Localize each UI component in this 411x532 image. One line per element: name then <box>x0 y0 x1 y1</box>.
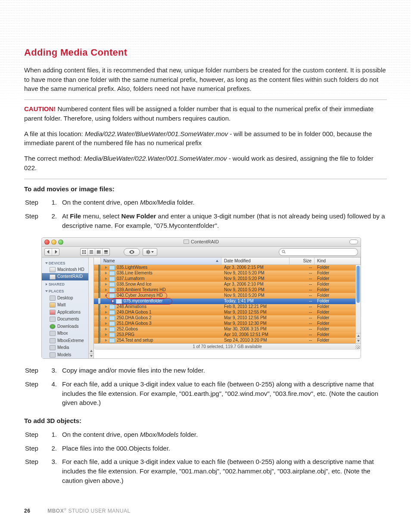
folder-icon <box>50 331 56 336</box>
caution-paragraph: CAUTION! Numbered content files will be … <box>24 104 387 123</box>
intro-paragraph: When adding content files, it is recomme… <box>24 65 387 93</box>
svg-rect-1 <box>84 250 86 252</box>
folder-icon <box>109 316 115 320</box>
sidebar-scrollbar[interactable] <box>88 258 93 358</box>
coverflow-view-icon[interactable] <box>103 249 109 255</box>
folder-icon <box>109 277 115 281</box>
sidebar-item[interactable]: Models <box>42 352 93 359</box>
page-number: 26 <box>24 508 30 514</box>
table-row[interactable]: 251.DHA Gobos 3Mar 9, 2010 12:30 PM--Fol… <box>94 321 356 327</box>
forward-icon[interactable] <box>52 249 59 255</box>
table-row[interactable]: 252.GobosMar 30, 2006 3:15 PM--Folder <box>94 327 356 332</box>
folder-icon <box>109 305 115 309</box>
column-name[interactable]: Name <box>101 258 221 264</box>
folder-icon <box>50 352 56 358</box>
resize-handle-icon[interactable] <box>355 345 360 349</box>
table-row[interactable]: 040.Cyber Journeys HDNov 9, 2010 5:20 PM… <box>94 293 356 299</box>
toolbar-toggle-button[interactable] <box>349 240 358 244</box>
example-2: The correct method: Media/BlueWater/022.… <box>24 154 387 173</box>
page-footer: 26 MBOX® STUDIO USER MANUAL <box>24 507 131 515</box>
drive-icon <box>50 267 56 272</box>
finder-sidebar: DEVICES Macintosh HD ContentRAID SHARED … <box>42 258 94 358</box>
folder-icon <box>50 310 56 315</box>
folder-icon <box>109 271 115 276</box>
sidebar-group-places[interactable]: PLACES <box>42 287 93 294</box>
sidebar-item[interactable]: Media <box>42 344 93 352</box>
folder-icon <box>116 299 122 304</box>
quicklook-button[interactable] <box>124 248 140 256</box>
table-row[interactable]: 035.LightWavesApr 3, 2006 2:15 PM--Folde… <box>94 265 356 271</box>
sidebar-item[interactable]: Applications <box>42 309 93 316</box>
column-date[interactable]: Date Modified <box>221 258 290 264</box>
svg-point-22 <box>282 250 284 252</box>
folder-icon <box>50 317 56 322</box>
table-row[interactable]: 038.Snow And IceApr 3, 2006 2:10 PM--Fol… <box>94 282 356 287</box>
steps-list-2: Step1.On the content drive, open Mbox/Mo… <box>24 429 387 489</box>
steps-list-1: Step1.On the content drive, open Mbox/Me… <box>24 197 387 233</box>
svg-rect-11 <box>104 252 108 253</box>
caution-label: CAUTION! <box>24 105 56 112</box>
folder-icon <box>109 338 115 343</box>
table-row[interactable]: 249.DHA Gobos 1Mar 9, 2010 12:55 PM--Fol… <box>94 310 356 315</box>
finder-titlebar: ContentRAID <box>42 238 361 247</box>
folder-icon <box>109 327 115 332</box>
page-title: Adding Media Content <box>24 46 387 59</box>
search-input[interactable] <box>279 248 358 256</box>
table-row[interactable]: 039.Ambient Textures HDNov 9, 2010 5:20 … <box>94 287 356 293</box>
folder-icon <box>109 282 115 287</box>
divider <box>24 179 387 179</box>
main-scrollbar[interactable] <box>355 265 361 343</box>
sidebar-item[interactable]: Documents <box>42 316 93 323</box>
nav-buttons[interactable] <box>44 248 59 256</box>
column-headers: Name Date Modified Size Kind <box>94 258 361 265</box>
folder-icon <box>109 321 115 326</box>
sidebar-item-macintosh-hd[interactable]: Macintosh HD <box>42 266 93 274</box>
list-view-icon[interactable] <box>88 249 95 255</box>
column-view-icon[interactable] <box>95 249 103 255</box>
howto-heading-1: To add movies or image files: <box>24 184 387 194</box>
sidebar-group-shared[interactable]: SHARED <box>42 280 93 287</box>
view-buttons[interactable] <box>80 248 110 256</box>
back-icon[interactable] <box>45 249 52 255</box>
folder-icon <box>50 338 56 343</box>
column-size[interactable]: Size <box>290 258 314 264</box>
sidebar-item[interactable]: Desktop <box>42 295 93 302</box>
divider <box>24 100 387 100</box>
table-row[interactable]: 037.LumaformNov 9, 2010 5:20 PM--Folder <box>94 276 356 282</box>
sidebar-item[interactable]: Downloads <box>42 323 93 330</box>
sidebar-item[interactable]: MboxExtreme <box>42 337 93 345</box>
folder-icon <box>109 265 115 270</box>
svg-point-13 <box>147 251 149 252</box>
table-row[interactable]: 254.Test and setupSep 24, 2010 3:20 PM--… <box>94 338 356 343</box>
folder-icon <box>184 240 189 244</box>
action-button[interactable] <box>143 248 157 256</box>
table-row[interactable]: 036.Line ElementsNov 9, 2010 5:20 PM--Fo… <box>94 271 356 276</box>
folder-icon <box>50 324 56 329</box>
sidebar-item[interactable]: Mbox <box>42 330 93 337</box>
sidebar-item-contentraid[interactable]: ContentRAID <box>42 273 93 280</box>
column-kind[interactable]: Kind <box>314 258 361 264</box>
svg-rect-4 <box>90 250 93 251</box>
drive-icon <box>50 274 56 280</box>
table-row[interactable]: 248.AnimationsFeb 8, 2010 12:21 PM--Fold… <box>94 304 356 310</box>
icon-view-icon[interactable] <box>81 249 88 255</box>
folder-icon <box>50 296 56 301</box>
svg-rect-10 <box>104 250 108 252</box>
folder-icon <box>109 310 115 315</box>
svg-line-23 <box>284 252 285 253</box>
finder-main: Name Date Modified Size Kind 035.LightWa… <box>94 258 361 358</box>
svg-line-18 <box>147 250 148 251</box>
finder-window: ContentRAID DEVICES Macintosh HD Content… <box>41 237 361 359</box>
sidebar-item[interactable]: Matt <box>42 302 93 309</box>
folder-icon <box>50 345 56 350</box>
table-row[interactable]: 253.PRGApr 10, 2006 12:51 PM--Folder <box>94 332 356 338</box>
table-row[interactable]: 075.mycontentfolderToday, 1:41 PM--Folde… <box>94 299 356 304</box>
search-icon <box>282 250 286 254</box>
table-row[interactable]: 250.DHA Gobos 2Mar 9, 2010 12:56 PM--Fol… <box>94 315 356 321</box>
svg-line-19 <box>149 253 150 254</box>
finder-toolbar <box>42 247 361 258</box>
svg-line-21 <box>147 253 148 254</box>
sidebar-group-devices[interactable]: DEVICES <box>42 259 93 266</box>
svg-rect-5 <box>90 252 93 252</box>
svg-rect-3 <box>84 252 86 254</box>
